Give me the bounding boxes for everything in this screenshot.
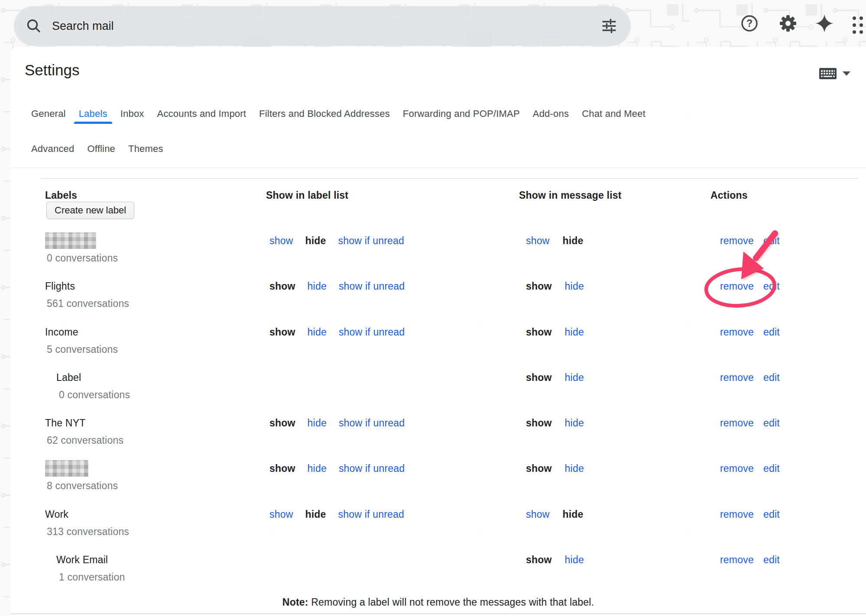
svg-text:?: ? [746, 18, 752, 29]
label-list-hide-link[interactable]: hide [305, 235, 326, 247]
label-conversation-count: 313 conversations [47, 526, 129, 538]
redacted-label [45, 232, 96, 249]
label-list-show-link[interactable]: show [269, 509, 293, 520]
message-list-hide-link[interactable]: hide [565, 417, 584, 429]
remove-link[interactable]: remove [720, 417, 754, 429]
edit-link[interactable]: edit [763, 326, 780, 338]
row-actions: remove edit [720, 509, 780, 520]
label-conversation-count: 0 conversations [47, 252, 118, 264]
label-conversation-count: 62 conversations [47, 435, 123, 446]
tune-filter-icon[interactable] [600, 16, 619, 35]
remove-link[interactable]: remove [720, 235, 754, 247]
label-conversation-count: 8 conversations [47, 480, 118, 492]
message-list-hide-link[interactable]: hide [563, 509, 584, 520]
edit-link[interactable]: edit [763, 235, 780, 247]
message-list-hide-link[interactable]: hide [565, 554, 584, 566]
table-row: Income 5 conversations show hide show if… [0, 326, 866, 368]
message-list-show-link[interactable]: show [526, 509, 550, 520]
edit-link[interactable]: edit [763, 463, 780, 474]
row-actions: remove edit [720, 372, 780, 384]
table-row: Flights 561 conversations show hide show… [0, 281, 866, 322]
search-input[interactable]: Search mail [52, 19, 600, 33]
edit-link[interactable]: edit [763, 417, 780, 429]
table-row: The NYT 62 conversations show hide show … [0, 417, 866, 459]
edit-link[interactable]: edit [763, 281, 780, 292]
message-list-show-link[interactable]: show [526, 326, 552, 338]
apps-grid-icon[interactable] [850, 13, 866, 37]
label-list-show-if-unread-link[interactable]: show if unread [338, 509, 404, 520]
row-actions: remove edit [720, 554, 780, 566]
row-actions: remove edit [720, 417, 780, 429]
search-bar[interactable]: Search mail [14, 6, 631, 46]
row-actions: remove edit [720, 281, 780, 292]
remove-link[interactable]: remove [720, 463, 754, 474]
show-in-label-list-options: show hide show if unread [269, 326, 405, 338]
label-list-show-link[interactable]: show [269, 463, 295, 474]
label-conversation-count: 561 conversations [47, 298, 129, 310]
message-list-show-link[interactable]: show [526, 554, 552, 566]
table-row: 0 conversations show hide show if unread… [0, 235, 866, 277]
label-list-show-if-unread-link[interactable]: show if unread [339, 281, 405, 292]
message-list-show-link[interactable]: show [526, 417, 552, 429]
search-icon[interactable] [25, 17, 42, 35]
show-in-message-list-options: show hide [526, 281, 584, 292]
settings-gear-icon[interactable] [778, 13, 798, 34]
label-list-hide-link[interactable]: hide [308, 281, 327, 292]
label-name: Label [56, 372, 81, 384]
label-name: Flights [45, 281, 75, 292]
message-list-hide-link[interactable]: hide [565, 326, 584, 338]
label-list-hide-link[interactable]: hide [308, 417, 327, 429]
show-in-message-list-options: show hide [526, 463, 584, 474]
table-row: Work 313 conversations show hide show if… [0, 509, 866, 550]
labels-table: 0 conversations show hide show if unread… [0, 0, 866, 616]
gmail-settings-page: Search mail ? [0, 0, 866, 616]
edit-link[interactable]: edit [763, 509, 780, 520]
remove-link[interactable]: remove [720, 554, 754, 566]
show-in-label-list-options: show hide show if unread [269, 281, 405, 292]
label-list-show-if-unread-link[interactable]: show if unread [339, 417, 405, 429]
label-name: The NYT [45, 417, 85, 429]
remove-link[interactable]: remove [720, 372, 754, 384]
message-list-show-link[interactable]: show [526, 372, 552, 384]
show-in-message-list-options: show hide [526, 417, 584, 429]
label-conversation-count: 0 conversations [59, 389, 130, 401]
message-list-show-link[interactable]: show [526, 463, 552, 474]
show-in-message-list-options: show hide [526, 372, 584, 384]
label-conversation-count: 1 conversation [59, 571, 125, 583]
redacted-label [45, 460, 88, 477]
label-list-show-if-unread-link[interactable]: show if unread [338, 235, 404, 247]
remove-link[interactable]: remove [720, 509, 754, 520]
gemini-sparkle-icon[interactable] [814, 13, 835, 34]
label-list-show-link[interactable]: show [269, 417, 295, 429]
message-list-hide-link[interactable]: hide [563, 235, 584, 247]
label-list-show-if-unread-link[interactable]: show if unread [339, 326, 405, 338]
label-list-hide-link[interactable]: hide [308, 326, 327, 338]
show-in-label-list-options: show hide show if unread [269, 463, 405, 474]
label-list-show-if-unread-link[interactable]: show if unread [339, 463, 405, 474]
label-list-show-link[interactable]: show [269, 281, 295, 292]
show-in-label-list-options: show hide show if unread [269, 235, 404, 247]
label-list-show-link[interactable]: show [269, 326, 295, 338]
note-text: Removing a label will not remove the mes… [308, 597, 594, 608]
label-list-hide-link[interactable]: hide [305, 509, 326, 520]
remove-link[interactable]: remove [720, 281, 754, 292]
label-name: Work [45, 509, 68, 520]
label-list-show-link[interactable]: show [269, 235, 293, 247]
footer-note: Note: Removing a label will not remove t… [10, 597, 866, 608]
message-list-hide-link[interactable]: hide [565, 281, 584, 292]
message-list-hide-link[interactable]: hide [565, 463, 584, 474]
message-list-hide-link[interactable]: hide [565, 372, 584, 384]
row-actions: remove edit [720, 326, 780, 338]
show-in-message-list-options: show hide [526, 235, 584, 247]
label-name: Income [45, 326, 78, 338]
message-list-show-link[interactable]: show [526, 281, 552, 292]
row-actions: remove edit [720, 463, 780, 474]
help-icon[interactable]: ? [739, 13, 760, 34]
message-list-show-link[interactable]: show [526, 235, 550, 247]
label-list-hide-link[interactable]: hide [308, 463, 327, 474]
remove-link[interactable]: remove [720, 326, 754, 338]
show-in-message-list-options: show hide [526, 326, 584, 338]
edit-link[interactable]: edit [763, 372, 780, 384]
table-row: 8 conversations show hide show if unread… [0, 463, 866, 504]
edit-link[interactable]: edit [763, 554, 780, 566]
